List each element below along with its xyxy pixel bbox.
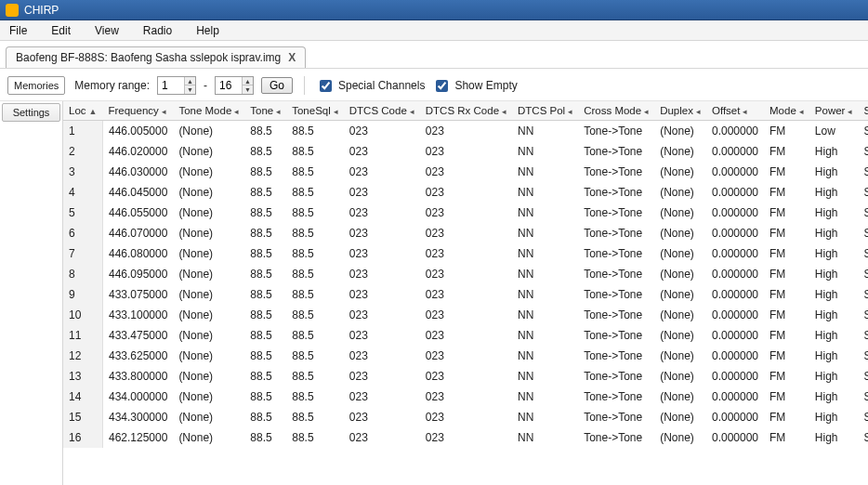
cell-mode[interactable]: FM <box>764 284 809 305</box>
cell-pow[interactable]: High <box>809 284 859 305</box>
cell-skip[interactable]: S <box>858 162 868 182</box>
cell-dtcsrx[interactable]: 023 <box>420 182 512 203</box>
cell-skip[interactable]: S <box>858 121 868 142</box>
cell-tm[interactable]: (None) <box>173 162 244 182</box>
cell-pow[interactable]: High <box>809 243 859 264</box>
cell-dup[interactable]: (None) <box>654 243 706 264</box>
table-row[interactable]: 2446.020000(None)88.588.5023023NNTone->T… <box>63 141 868 162</box>
cell-mode[interactable]: FM <box>764 162 809 182</box>
table-row[interactable]: 14434.000000(None)88.588.5023023NNTone->… <box>63 387 868 407</box>
cell-mode[interactable]: FM <box>764 223 809 243</box>
table-row[interactable]: 3446.030000(None)88.588.5023023NNTone->T… <box>63 162 868 182</box>
cell-tm[interactable]: (None) <box>173 141 244 162</box>
cell-tone[interactable]: 88.5 <box>244 346 286 366</box>
cell-cross[interactable]: Tone->Tone <box>578 346 654 366</box>
cell-dtcs[interactable]: 023 <box>344 121 420 142</box>
cell-freq[interactable]: 446.095000 <box>102 264 173 284</box>
cell-tsql[interactable]: 88.5 <box>286 346 344 366</box>
cell-pol[interactable]: NN <box>512 203 578 223</box>
cell-tm[interactable]: (None) <box>173 223 244 243</box>
cell-tone[interactable]: 88.5 <box>244 387 286 407</box>
down-icon[interactable]: ▼ <box>243 85 253 94</box>
menu-view[interactable]: View <box>89 22 125 39</box>
cell-tone[interactable]: 88.5 <box>244 223 286 243</box>
cell-dup[interactable]: (None) <box>654 223 706 243</box>
cell-loc[interactable]: 11 <box>63 325 102 346</box>
table-row[interactable]: 16462.125000(None)88.588.5023023NNTone->… <box>63 427 868 448</box>
cell-tsql[interactable]: 88.5 <box>286 121 344 142</box>
cell-skip[interactable]: S <box>858 305 868 325</box>
cell-freq[interactable]: 433.075000 <box>102 284 173 305</box>
cell-off[interactable]: 0.000000 <box>706 325 764 346</box>
cell-tsql[interactable]: 88.5 <box>286 182 344 203</box>
cell-dup[interactable]: (None) <box>654 141 706 162</box>
cell-pol[interactable]: NN <box>512 182 578 203</box>
cell-mode[interactable]: FM <box>764 346 809 366</box>
range-from-spinner[interactable]: ▲▼ <box>157 76 196 95</box>
cell-skip[interactable]: S <box>858 427 868 448</box>
cell-tone[interactable]: 88.5 <box>244 264 286 284</box>
table-row[interactable]: 9433.075000(None)88.588.5023023NNTone->T… <box>63 284 868 305</box>
cell-tone[interactable]: 88.5 <box>244 366 286 387</box>
cell-dtcsrx[interactable]: 023 <box>420 264 512 284</box>
menu-radio[interactable]: Radio <box>138 22 178 39</box>
cell-off[interactable]: 0.000000 <box>706 203 764 223</box>
cell-cross[interactable]: Tone->Tone <box>578 121 654 142</box>
cell-pol[interactable]: NN <box>512 427 578 448</box>
cell-tsql[interactable]: 88.5 <box>286 203 344 223</box>
cell-loc[interactable]: 12 <box>63 346 102 366</box>
cell-pow[interactable]: High <box>809 387 859 407</box>
cell-pow[interactable]: High <box>809 366 859 387</box>
cell-tm[interactable]: (None) <box>173 346 244 366</box>
cell-pol[interactable]: NN <box>512 264 578 284</box>
cell-off[interactable]: 0.000000 <box>706 387 764 407</box>
cell-off[interactable]: 0.000000 <box>706 305 764 325</box>
cell-pol[interactable]: NN <box>512 141 578 162</box>
cell-dtcsrx[interactable]: 023 <box>420 223 512 243</box>
cell-mode[interactable]: FM <box>764 182 809 203</box>
cell-pol[interactable]: NN <box>512 325 578 346</box>
cell-tsql[interactable]: 88.5 <box>286 305 344 325</box>
cell-dup[interactable]: (None) <box>654 387 706 407</box>
cell-tsql[interactable]: 88.5 <box>286 387 344 407</box>
cell-pow[interactable]: High <box>809 162 859 182</box>
cell-tm[interactable]: (None) <box>173 325 244 346</box>
cell-tone[interactable]: 88.5 <box>244 284 286 305</box>
settings-button[interactable]: Settings <box>2 103 60 122</box>
cell-dtcs[interactable]: 023 <box>344 243 420 264</box>
cell-tm[interactable]: (None) <box>173 407 244 427</box>
cell-mode[interactable]: FM <box>764 243 809 264</box>
cell-skip[interactable]: S <box>858 182 868 203</box>
table-row[interactable]: 15434.300000(None)88.588.5023023NNTone->… <box>63 407 868 427</box>
cell-mode[interactable]: FM <box>764 264 809 284</box>
cell-pow[interactable]: High <box>809 346 859 366</box>
cell-tone[interactable]: 88.5 <box>244 141 286 162</box>
cell-loc[interactable]: 5 <box>63 203 102 223</box>
col-header-tone[interactable]: Tone◂ <box>244 101 286 121</box>
col-header-dtcs-code[interactable]: DTCS Code◂ <box>344 101 420 121</box>
cell-dtcs[interactable]: 023 <box>344 366 420 387</box>
cell-tone[interactable]: 88.5 <box>244 203 286 223</box>
cell-off[interactable]: 0.000000 <box>706 284 764 305</box>
cell-dtcsrx[interactable]: 023 <box>420 366 512 387</box>
table-row[interactable]: 5446.055000(None)88.588.5023023NNTone->T… <box>63 203 868 223</box>
cell-tm[interactable]: (None) <box>173 264 244 284</box>
cell-dtcs[interactable]: 023 <box>344 264 420 284</box>
cell-dtcs[interactable]: 023 <box>344 427 420 448</box>
cell-pol[interactable]: NN <box>512 407 578 427</box>
cell-mode[interactable]: FM <box>764 366 809 387</box>
range-from-input[interactable] <box>158 77 184 94</box>
cell-dtcsrx[interactable]: 023 <box>420 387 512 407</box>
cell-cross[interactable]: Tone->Tone <box>578 284 654 305</box>
cell-dtcsrx[interactable]: 023 <box>420 427 512 448</box>
cell-mode[interactable]: FM <box>764 387 809 407</box>
cell-skip[interactable]: S <box>858 141 868 162</box>
cell-tsql[interactable]: 88.5 <box>286 407 344 427</box>
cell-dtcs[interactable]: 023 <box>344 387 420 407</box>
cell-freq[interactable]: 434.300000 <box>102 407 173 427</box>
cell-dtcs[interactable]: 023 <box>344 284 420 305</box>
cell-loc[interactable]: 14 <box>63 387 102 407</box>
cell-tsql[interactable]: 88.5 <box>286 284 344 305</box>
cell-dup[interactable]: (None) <box>654 203 706 223</box>
cell-pow[interactable]: High <box>809 264 859 284</box>
